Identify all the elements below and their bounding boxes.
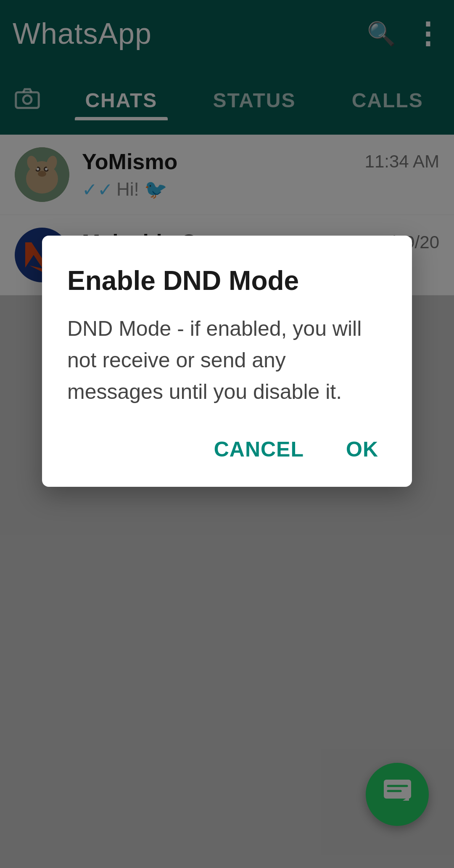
cancel-button[interactable]: CANCEL (206, 433, 312, 466)
dialog-overlay: Enable DND Mode DND Mode - if enabled, y… (0, 0, 454, 868)
dialog-buttons: CANCEL OK (67, 433, 387, 466)
dialog-title: Enable DND Mode (67, 265, 387, 296)
dnd-dialog: Enable DND Mode DND Mode - if enabled, y… (42, 236, 412, 487)
dialog-body: DND Mode - if enabled, you will not rece… (67, 313, 387, 408)
ok-button[interactable]: OK (338, 433, 387, 466)
